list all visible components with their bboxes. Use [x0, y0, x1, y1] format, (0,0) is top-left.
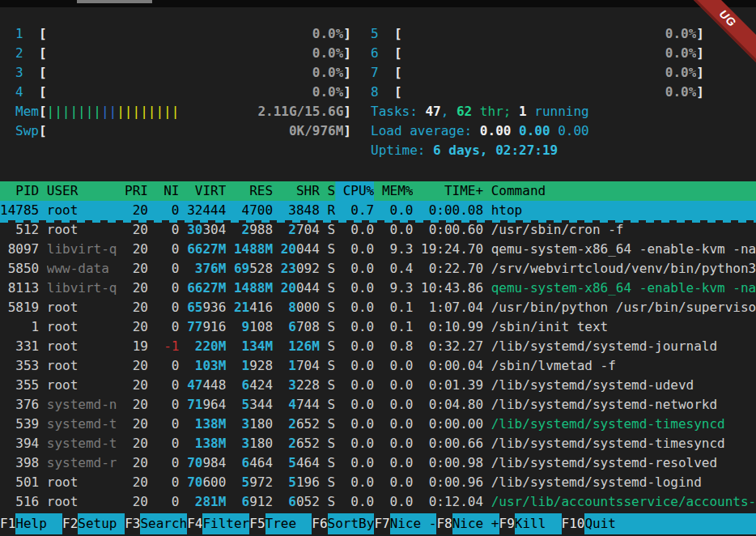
cell-command: qemu-system-x86_64 -enable-kvm -na — [491, 279, 756, 298]
cpu-meter-8-value: 0.0% — [665, 83, 697, 102]
process-row[interactable]: 5850www-data200376M6952823092S0.00.40:22… — [0, 259, 756, 279]
cell-shr: 8000 — [281, 298, 320, 317]
cell-ni: 0 — [156, 376, 180, 395]
column-header-pri[interactable]: PRI — [125, 181, 148, 201]
window-tab[interactable] — [77, 0, 152, 3]
cell-ni: 0 — [156, 473, 180, 492]
meter-column-left: 1[0.0%]2[0.0%]3[0.0%]4[0.0%]Mem[||||||||… — [0, 24, 351, 160]
meter-pipe-group-blue: || — [101, 104, 117, 119]
process-row[interactable]: 501root2007060059725196S0.00.00:00.96/li… — [0, 473, 756, 492]
cell-time: 10:43.86 — [421, 279, 483, 298]
cell-mem: 0.1 — [382, 298, 414, 317]
column-header-user[interactable]: USER — [47, 181, 117, 201]
cell-virt: 70600 — [187, 473, 226, 492]
cell-time: 0:00.98 — [421, 453, 483, 473]
cell-virt-hi: 47 — [187, 377, 202, 393]
cell-shr-hi: 1 — [288, 358, 296, 373]
cell-cpu: 0.0 — [343, 453, 375, 473]
fkey-item-f3[interactable]: F3Search — [125, 513, 187, 534]
cell-time: 0:00.00 — [421, 415, 483, 434]
cell-mem: 0.0 — [382, 376, 414, 395]
column-header-pid[interactable]: PID — [0, 181, 39, 201]
cell-virt: 103M — [187, 356, 226, 376]
process-row[interactable]: 394systemd-t200138M31802652S0.00.00:00.6… — [0, 434, 756, 453]
cell-pid: 539 — [0, 415, 39, 434]
uptime: Uptime: 6 days, 02:27:19 — [371, 141, 704, 160]
cell-state: S — [327, 434, 335, 453]
fkey-item-f4[interactable]: F4Filter — [187, 513, 249, 534]
window-top-strip — [0, 0, 756, 7]
cell-virt: 6627M — [187, 240, 226, 259]
cell-res-hi: 69 — [234, 261, 249, 276]
column-header-time[interactable]: TIME+ — [421, 181, 483, 201]
header-meters: 1[0.0%]2[0.0%]3[0.0%]4[0.0%]Mem[||||||||… — [0, 0, 756, 160]
column-header-command[interactable]: Command — [491, 181, 756, 201]
cell-mem: 0.0 — [382, 492, 414, 512]
fkey-item-f10[interactable]: F10Quit — [562, 513, 756, 534]
cell-cpu: 0.0 — [343, 298, 375, 317]
cell-state: S — [327, 337, 335, 356]
process-row[interactable]: 8113libvirt-q2006627M1488M20044S0.09.310… — [0, 279, 756, 298]
cell-virt-hi: 376M — [195, 261, 227, 276]
mem-meter-caption: Mem — [15, 102, 39, 121]
cell-res: 6424 — [234, 376, 273, 395]
fkey-item-f9[interactable]: F9Kill — [499, 513, 562, 534]
process-row[interactable]: 539systemd-t200138M31802652S0.00.00:00.0… — [0, 415, 756, 434]
column-header-res[interactable]: RES — [234, 181, 273, 201]
cell-shr: 2652 — [281, 434, 320, 453]
cell-res-lo: 912 — [249, 494, 273, 509]
process-row[interactable]: 355root2004744864243228S0.00.00:01.39/li… — [0, 376, 756, 395]
cell-user: root — [47, 317, 117, 337]
fkey-item-f2[interactable]: F2Setup — [62, 513, 125, 534]
cell-res-lo: 972 — [249, 474, 273, 490]
process-row[interactable]: 398systemd-r2007098464645464S0.00.00:00.… — [0, 453, 756, 473]
process-row[interactable]: 5819root20065936214168000S0.00.11:07.04/… — [0, 298, 756, 317]
cell-pri: 20 — [125, 317, 148, 337]
process-row[interactable]: 331root19-1220M134M126MS0.00.80:32.27/li… — [0, 337, 756, 356]
fkey-item-f1[interactable]: F1Help — [0, 513, 62, 534]
column-header-virt[interactable]: VIRT — [187, 181, 226, 201]
uptime-segment: 6 days, 02:27:19 — [433, 143, 558, 158]
cell-mem: 0.0 — [382, 473, 414, 492]
fkey-f8-key: F8 — [436, 513, 452, 534]
process-row[interactable]: 1root2007791691086708S0.00.10:10.99/sbin… — [0, 317, 756, 337]
cell-shr-lo: 000 — [296, 300, 320, 315]
cell-res-lo: 180 — [249, 416, 273, 432]
process-row[interactable]: 516root200281M69126052S0.00.00:12.04/usr… — [0, 492, 756, 512]
mem-meter: Mem[|||||||||||||||||2.11G/15.6G] — [15, 102, 351, 121]
process-row[interactable]: 353root200103M19281704S0.00.00:00.04/sbi… — [0, 356, 756, 376]
process-row[interactable]: 376systemd-n2007196453444744S0.00.00:04.… — [0, 395, 756, 415]
fkey-item-f6[interactable]: F6SortBy — [312, 513, 374, 534]
column-header-shr[interactable]: SHR — [281, 181, 320, 201]
cell-shr-lo: 744 — [296, 397, 320, 412]
cell-res-hi: 21 — [234, 300, 249, 315]
column-header-ni[interactable]: NI — [156, 181, 180, 201]
cell-shr: 1704 — [281, 356, 320, 376]
cell-user: root — [47, 492, 117, 512]
cell-user: root — [47, 376, 117, 395]
meter-pipes — [47, 24, 312, 44]
cell-state: S — [327, 492, 335, 512]
column-header-s[interactable]: S — [327, 181, 335, 201]
process-row[interactable]: 8097libvirt-q2006627M1488M20044S0.09.319… — [0, 240, 756, 259]
cell-cpu: 0.7 — [343, 201, 375, 220]
cell-cpu: 0.0 — [343, 356, 375, 376]
cell-user: systemd-r — [47, 453, 117, 473]
htop-terminal: UG 1[0.0%]2[0.0%]3[0.0%]4[0.0%]Mem[|||||… — [0, 0, 756, 536]
process-row[interactable]: 14785root2003244447003848R0.70.00:00.08h… — [0, 201, 756, 220]
cell-cpu: 0.0 — [343, 317, 375, 337]
cell-state: S — [327, 220, 335, 240]
cell-shr-lo: 092 — [296, 261, 320, 276]
column-header-cpu[interactable]: CPU% — [343, 181, 375, 201]
process-row[interactable]: 512root2003030429882704S0.00.00:00.60/us… — [0, 220, 756, 240]
fkey-item-f8[interactable]: F8Nice + — [436, 513, 499, 534]
fkey-f10-label: Quit — [584, 513, 756, 534]
cell-virt-hi: 32 — [187, 202, 202, 218]
fkey-item-f5[interactable]: F5Tree — [249, 513, 312, 534]
table-header: PIDUSERPRINIVIRTRESSHRSCPU%MEM%TIME+Comm… — [0, 181, 756, 201]
column-header-mem[interactable]: MEM% — [382, 181, 414, 201]
cell-res-lo: 108 — [249, 319, 273, 334]
cell-mem: 9.3 — [382, 240, 414, 259]
cell-shr: 6708 — [281, 317, 320, 337]
fkey-item-f7[interactable]: F7Nice - — [374, 513, 436, 534]
